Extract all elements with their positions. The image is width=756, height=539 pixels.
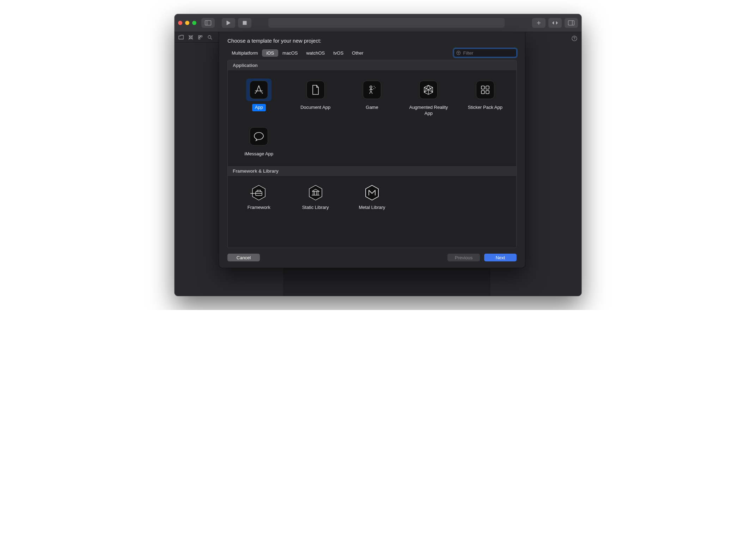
svg-marker-2: [227, 21, 230, 25]
grid-icon: [480, 85, 490, 95]
project-navigator-icon[interactable]: [178, 34, 184, 40]
svg-rect-3: [243, 21, 246, 25]
tab-other[interactable]: Other: [348, 49, 368, 57]
next-button[interactable]: Next: [484, 254, 517, 261]
svg-rect-0: [205, 21, 211, 25]
previous-button: Previous: [447, 254, 480, 261]
svg-point-29: [373, 88, 374, 89]
section-header-framework: Framework & Library: [228, 166, 516, 176]
traffic-lights: [178, 21, 196, 25]
titlebar: [175, 14, 581, 32]
cancel-button[interactable]: Cancel: [227, 254, 260, 261]
svg-rect-32: [481, 91, 484, 94]
section-header-application: Application: [228, 60, 516, 71]
activity-viewer: [268, 18, 505, 28]
run-button[interactable]: [222, 18, 235, 28]
svg-rect-12: [201, 36, 202, 37]
filter-icon: [456, 50, 461, 55]
sheet-title: Choose a template for your new project:: [227, 38, 517, 44]
svg-rect-6: [568, 21, 574, 25]
toolbox-hex-icon: [250, 184, 267, 201]
stop-button[interactable]: [238, 18, 251, 28]
tab-ios[interactable]: iOS: [262, 49, 278, 57]
building-hex-icon: [307, 184, 324, 201]
zoom-window-button[interactable]: [192, 21, 196, 25]
template-label: Sticker Pack App: [465, 104, 505, 111]
toggle-navigator-button[interactable]: [201, 18, 215, 28]
template-ar-app[interactable]: Augmented Reality App: [401, 76, 456, 119]
template-game[interactable]: Game: [345, 76, 400, 119]
minimize-window-button[interactable]: [185, 21, 189, 25]
template-label: iMessage App: [242, 150, 276, 158]
template-label: App: [252, 104, 266, 111]
toggle-inspector-button[interactable]: [565, 18, 578, 28]
help-icon[interactable]: [572, 36, 577, 42]
template-label: Document App: [298, 104, 333, 111]
svg-point-28: [375, 87, 376, 88]
new-project-sheet: Choose a template for your new project: …: [219, 32, 525, 268]
filter-field[interactable]: [454, 49, 517, 57]
svg-rect-31: [486, 86, 489, 89]
svg-rect-13: [199, 38, 200, 39]
document-icon: [311, 85, 320, 95]
template-document-app[interactable]: Document App: [288, 76, 343, 119]
svg-rect-33: [486, 91, 489, 94]
filter-input[interactable]: [462, 50, 514, 56]
svg-rect-30: [481, 86, 484, 89]
svg-point-25: [262, 93, 263, 94]
svg-rect-11: [199, 36, 200, 37]
game-icon: [367, 85, 377, 95]
svg-point-16: [208, 36, 211, 38]
svg-point-26: [370, 86, 372, 88]
template-sticker-pack[interactable]: Sticker Pack App: [458, 76, 513, 119]
svg-point-19: [574, 39, 574, 40]
template-static-library[interactable]: Static Library: [288, 181, 343, 213]
svg-point-27: [374, 86, 374, 87]
library-button[interactable]: [532, 18, 545, 28]
xcode-window: ction Choose a template for your new pro…: [175, 14, 581, 296]
symbol-navigator-icon[interactable]: [197, 34, 203, 40]
close-window-button[interactable]: [178, 21, 182, 25]
template-label: Game: [363, 104, 381, 111]
tab-watchos[interactable]: watchOS: [302, 49, 329, 57]
platform-tabs: Multiplatform iOS macOS watchOS tvOS Oth…: [227, 49, 368, 57]
template-list: Application App: [227, 60, 517, 248]
speech-bubble-icon: [254, 131, 264, 141]
template-framework[interactable]: Framework: [231, 181, 286, 213]
template-imessage-app[interactable]: iMessage App: [231, 122, 286, 159]
template-label: Framework: [245, 204, 273, 211]
code-review-button[interactable]: [548, 18, 562, 28]
template-label: Metal Library: [356, 204, 388, 211]
metal-hex-icon: [364, 184, 380, 201]
ar-cube-icon: [423, 84, 434, 95]
template-label: Augmented Reality App: [402, 104, 455, 117]
tab-tvos[interactable]: tvOS: [329, 49, 348, 57]
find-navigator-icon[interactable]: [207, 34, 213, 40]
tab-multiplatform[interactable]: Multiplatform: [227, 49, 262, 57]
template-label: Static Library: [299, 204, 332, 211]
app-store-icon: [254, 85, 264, 95]
source-control-navigator-icon[interactable]: [188, 34, 194, 40]
template-app[interactable]: App: [231, 76, 286, 119]
tab-macos[interactable]: macOS: [278, 49, 302, 57]
template-metal-library[interactable]: Metal Library: [345, 181, 400, 213]
svg-point-24: [255, 93, 256, 94]
svg-line-17: [211, 38, 212, 39]
